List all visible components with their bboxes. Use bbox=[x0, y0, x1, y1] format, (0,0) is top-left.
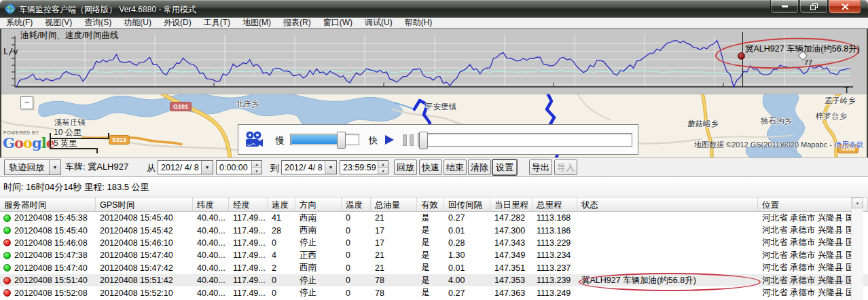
restore-button[interactable] bbox=[799, 0, 828, 14]
column-header[interactable]: 经度 bbox=[229, 198, 268, 211]
column-header[interactable]: 状态 bbox=[577, 198, 758, 211]
export-button[interactable]: 导出 bbox=[529, 160, 552, 175]
map-scale-km-label: 10 公里 bbox=[54, 127, 82, 138]
map-collapse-button[interactable]: − bbox=[20, 96, 33, 109]
menu-bar: 系统(F)视图(V)查询(S)功能(U)外设(D)工具(T)地图(M)报表(R)… bbox=[0, 18, 868, 29]
to-time-field[interactable]: 23:59:59 ▲▼ bbox=[340, 160, 388, 174]
cell-speed: 41 bbox=[268, 213, 295, 223]
column-header[interactable]: 当日里程 bbox=[490, 198, 532, 211]
map-place-label: 蘑菇峪乡 bbox=[687, 119, 719, 129]
cell-interval: 1.30 bbox=[444, 250, 490, 260]
from-time-field[interactable]: 0:00:00 ▲▼ bbox=[216, 160, 262, 174]
vertical-scrollbar[interactable]: ▲ bbox=[851, 198, 863, 300]
end-button[interactable]: 结束 bbox=[444, 160, 467, 175]
menu-item[interactable]: 窗口(W) bbox=[317, 17, 359, 29]
fast-button[interactable]: 快速 bbox=[419, 160, 442, 175]
cell-day_mileage: 147.351 bbox=[490, 263, 532, 273]
cell-server_time: 20120408 15:47:40 bbox=[0, 263, 96, 273]
cell-interval: 0.27 bbox=[444, 288, 490, 298]
table-row[interactable]: 20120408 15:52:0820120408 15:52:1040.40.… bbox=[0, 286, 868, 299]
cell-interval: 4.00 bbox=[444, 276, 490, 285]
column-header[interactable]: 纬度 bbox=[193, 198, 229, 211]
cell-direction: 停止 bbox=[295, 275, 342, 286]
cell-interval: 0.28 bbox=[444, 238, 490, 248]
cell-lon: 117.49... bbox=[229, 263, 268, 273]
close-button[interactable] bbox=[829, 0, 861, 14]
column-header[interactable]: 总油量 bbox=[371, 198, 417, 211]
road-badge: S313 bbox=[109, 135, 130, 145]
menu-item[interactable]: 系统(F) bbox=[0, 17, 39, 29]
chart-title: 油耗/时间、速度/时间曲线 bbox=[20, 30, 118, 41]
cell-gps_time: 20120408 15:45:42 bbox=[96, 226, 193, 236]
from-date-dropdown-icon[interactable]: ▼ bbox=[201, 161, 213, 174]
cell-direction: 停止 bbox=[295, 237, 342, 248]
cell-speed: 28 bbox=[268, 226, 295, 236]
cell-server_time: 20120408 15:45:40 bbox=[0, 226, 96, 236]
from-time-spinner[interactable]: ▲▼ bbox=[251, 161, 261, 174]
to-date-dropdown-icon[interactable]: ▼ bbox=[325, 161, 336, 174]
from-label: 从 bbox=[147, 162, 156, 174]
settings-button[interactable]: 设置 bbox=[492, 160, 517, 175]
cell-day_mileage: 147.349 bbox=[490, 250, 532, 260]
menu-item[interactable]: 功能(U) bbox=[117, 17, 158, 29]
progress-slider-thumb[interactable] bbox=[419, 132, 428, 149]
to-time-spinner[interactable]: ▲▼ bbox=[378, 161, 388, 174]
table-row[interactable]: 20120408 15:45:4020120408 15:45:4240.40.… bbox=[0, 224, 868, 236]
cell-lon: 117.49... bbox=[229, 238, 268, 248]
refuel-event-dot bbox=[738, 52, 745, 60]
progress-slider[interactable] bbox=[418, 133, 632, 147]
playback-button[interactable]: 回放 bbox=[394, 160, 417, 175]
column-header[interactable]: 回传间隔 bbox=[444, 198, 490, 211]
menu-item[interactable]: 地图(M) bbox=[236, 17, 277, 29]
minimize-button[interactable] bbox=[770, 0, 799, 14]
clear-button[interactable]: 清除 bbox=[468, 160, 491, 175]
column-header[interactable]: 速度 bbox=[268, 198, 295, 211]
terms-link[interactable]: 使用条款 bbox=[834, 140, 864, 149]
menu-item[interactable]: 帮助(H) bbox=[399, 17, 439, 29]
menu-item[interactable]: 查询(S) bbox=[78, 17, 117, 29]
chevron-down-icon[interactable]: ▼ bbox=[49, 160, 60, 174]
from-time-value: 0:00:00 bbox=[217, 163, 251, 172]
column-header[interactable]: 温度 bbox=[342, 198, 371, 211]
column-header[interactable]: 有效 bbox=[417, 198, 444, 211]
title-bar[interactable]: 车辆监控客户端（网络版） Ver4.6880 - 常用模式 bbox=[0, 0, 868, 18]
menu-item[interactable]: 外设(D) bbox=[158, 17, 198, 29]
speed-slider[interactable] bbox=[290, 134, 359, 145]
play-button[interactable] bbox=[385, 135, 394, 145]
table-row[interactable]: 20120408 15:47:3820120408 15:47:4040.40.… bbox=[0, 249, 868, 261]
cell-server_time: 20120408 15:45:38 bbox=[0, 213, 96, 223]
cell-speed: 0 bbox=[268, 276, 295, 285]
column-header[interactable]: GPS时间 bbox=[96, 198, 193, 211]
chart-marker-value: 77 bbox=[804, 58, 812, 67]
speed-slider-thumb[interactable] bbox=[337, 132, 346, 149]
cell-gps_time: 20120408 15:46:10 bbox=[96, 238, 193, 248]
cell-lat: 40.40... bbox=[193, 276, 229, 285]
menu-item[interactable]: 视图(V) bbox=[39, 17, 78, 29]
mode-combo-button[interactable]: 轨迹回放 ▼ bbox=[4, 160, 61, 175]
table-header-row: 服务器时间GPS时间纬度经度速度方向温度总油量有效回传间隔当日里程总里程状态位置 bbox=[0, 197, 868, 212]
cell-fuel: 17 bbox=[371, 238, 417, 248]
menu-item[interactable]: 工具(T) bbox=[198, 17, 236, 29]
menu-item[interactable]: 报表(R) bbox=[277, 17, 317, 29]
table-row[interactable]: 20120408 15:46:0820120408 15:46:1040.40.… bbox=[0, 237, 868, 249]
scroll-up-button[interactable]: ▲ bbox=[852, 198, 863, 208]
menu-item[interactable]: 调试(U) bbox=[359, 17, 399, 29]
cell-fuel: 21 bbox=[371, 263, 417, 273]
google-logo[interactable]: Google bbox=[3, 134, 54, 151]
cell-day_mileage: 147.282 bbox=[490, 213, 532, 223]
pause-button[interactable] bbox=[403, 134, 414, 146]
to-date-field[interactable]: 2012/ 4/ 8 ▼ bbox=[281, 160, 337, 174]
table-row[interactable]: 20120408 15:45:3820120408 15:45:4040.40.… bbox=[0, 212, 868, 224]
column-header[interactable]: 总里程 bbox=[532, 198, 577, 211]
cell-lat: 40.40... bbox=[193, 238, 229, 248]
records-table: 服务器时间GPS时间纬度经度速度方向温度总油量有效回传间隔当日里程总里程状态位置… bbox=[0, 197, 868, 300]
column-header[interactable]: 服务器时间 bbox=[0, 198, 96, 211]
close-icon bbox=[842, 3, 849, 10]
from-date-field[interactable]: 2012/ 4/ 8 ▼ bbox=[158, 160, 213, 174]
column-header[interactable]: 方向 bbox=[295, 198, 342, 211]
cell-speed: 0 bbox=[268, 288, 295, 298]
cell-direction: 西南 bbox=[295, 212, 342, 224]
table-row[interactable]: 20120408 15:47:4020120408 15:47:4240.40.… bbox=[0, 262, 868, 274]
table-row[interactable]: 20120408 15:51:4020120408 15:51:4240.40.… bbox=[0, 274, 868, 286]
red-gps-dot-icon bbox=[3, 239, 11, 246]
